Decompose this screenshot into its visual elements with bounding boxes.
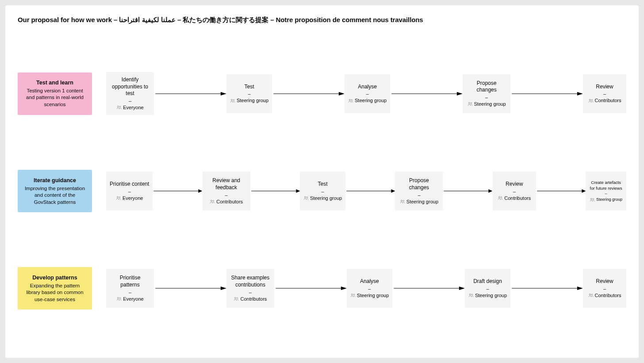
- svg-marker-51: [459, 287, 465, 290]
- step-who: Contributors: [498, 195, 531, 201]
- people-icon: [400, 199, 405, 204]
- process-step: Propose changes–Steering group: [395, 172, 443, 210]
- process-step: Analyse–Steering group: [345, 74, 390, 113]
- step-who-label: Contributors: [504, 195, 531, 201]
- step-who: Everyone: [116, 104, 143, 111]
- step-who-label: Steering group: [237, 97, 268, 103]
- people-icon: [230, 99, 235, 103]
- arrow: [536, 188, 586, 194]
- step-who-label: Contributors: [216, 199, 243, 205]
- svg-point-12: [468, 103, 470, 104]
- step-who: Steering group: [350, 292, 389, 298]
- step-title: Prioritise content: [110, 181, 149, 188]
- svg-point-35: [501, 197, 502, 198]
- swimlane-header: Test and learnTesting version 1 content …: [18, 73, 92, 115]
- step-title: Review: [596, 278, 613, 285]
- separator: –: [368, 286, 371, 292]
- svg-point-5: [233, 99, 234, 101]
- process-step: Identify opportunities to test–Everyone: [106, 72, 154, 115]
- people-icon: [590, 198, 595, 202]
- step-who-label: Steering group: [596, 197, 622, 203]
- people-icon: [116, 297, 122, 301]
- step-who-label: Steering group: [474, 101, 506, 107]
- swimlane-desc: Testing version 1 content and patterns i…: [23, 88, 87, 108]
- process-step: Draft design–Steering group: [465, 269, 510, 308]
- svg-marker-21: [199, 189, 203, 193]
- svg-point-49: [353, 294, 355, 295]
- step-title: Review: [596, 84, 613, 91]
- svg-marker-55: [577, 287, 583, 290]
- arrow: [154, 91, 226, 96]
- step-who: Steering group: [468, 101, 506, 107]
- step-title: Test: [245, 84, 254, 91]
- separator: –: [513, 188, 516, 195]
- svg-marker-43: [221, 287, 226, 290]
- people-icon: [350, 293, 356, 298]
- step-title: Share examples contributions: [230, 275, 271, 288]
- svg-point-53: [472, 294, 473, 295]
- step-who: Contributors: [234, 296, 267, 302]
- svg-point-30: [401, 200, 402, 202]
- swimlane-desc: Expanding the pattern library based on c…: [23, 283, 87, 303]
- people-icon: [210, 199, 215, 204]
- separator: –: [486, 286, 489, 292]
- step-title: Analyse: [358, 84, 377, 91]
- svg-marker-25: [296, 189, 300, 193]
- people-icon: [468, 102, 473, 106]
- arrow: [443, 188, 492, 194]
- step-title: Analyse: [360, 278, 379, 285]
- process-step: Analyse–Steering group: [347, 269, 392, 308]
- separator: –: [129, 289, 131, 295]
- process-step: Prioritise content–Everyone: [106, 172, 153, 210]
- people-icon: [348, 99, 353, 103]
- step-title: Review and feedback: [206, 177, 247, 191]
- people-icon: [498, 196, 503, 200]
- step-who: Everyone: [116, 195, 143, 201]
- swimlane-title: Iterate guidance: [34, 177, 76, 184]
- svg-point-41: [119, 298, 121, 299]
- svg-point-34: [499, 197, 500, 198]
- process-step: Review–Contributors: [493, 172, 536, 210]
- step-who-label: Steering group: [310, 195, 342, 201]
- rows-container: Test and learnTesting version 1 content …: [18, 72, 626, 310]
- svg-point-0: [118, 106, 119, 107]
- svg-point-18: [117, 197, 118, 198]
- step-who: Steering group: [348, 97, 387, 103]
- svg-point-23: [213, 200, 214, 202]
- svg-marker-3: [221, 92, 226, 96]
- step-title: Create artefacts for future reviews: [589, 180, 623, 191]
- svg-point-17: [591, 99, 593, 101]
- people-icon: [468, 293, 474, 298]
- svg-point-40: [118, 298, 119, 299]
- arrow: [250, 188, 300, 194]
- step-who: Contributors: [588, 97, 621, 103]
- process-row: Test and learnTesting version 1 content …: [18, 72, 626, 115]
- svg-point-16: [589, 99, 590, 100]
- separator: –: [366, 91, 369, 97]
- svg-marker-15: [577, 92, 583, 96]
- step-title: Test: [318, 181, 328, 188]
- swimlane-title: Develop patterns: [32, 274, 77, 282]
- step-who-label: Steering group: [475, 292, 507, 298]
- process-step: Prioritise patterns–Everyone: [106, 269, 154, 308]
- step-who-label: Everyone: [123, 296, 143, 302]
- arrow: [345, 188, 395, 194]
- separator: –: [248, 91, 250, 97]
- svg-point-45: [237, 298, 238, 299]
- process-step: Propose changes–Steering group: [463, 74, 510, 113]
- step-title: Propose changes: [466, 80, 507, 94]
- people-icon: [234, 297, 239, 301]
- swimlane-header: Iterate guidanceImproving the presentati…: [18, 170, 92, 212]
- step-title: Review: [506, 181, 523, 188]
- svg-point-31: [403, 200, 404, 202]
- svg-point-38: [590, 198, 592, 199]
- arrow: [390, 91, 463, 96]
- process-step: Share examples contributions–Contributor…: [226, 269, 274, 308]
- svg-marker-37: [582, 189, 586, 193]
- step-who: Steering group: [468, 292, 507, 298]
- people-icon: [116, 196, 121, 200]
- arrow: [154, 286, 226, 291]
- step-who: Steering group: [590, 197, 622, 203]
- step-who: Contributors: [210, 199, 243, 205]
- swimlane-header: Develop patternsExpanding the pattern li…: [18, 267, 92, 310]
